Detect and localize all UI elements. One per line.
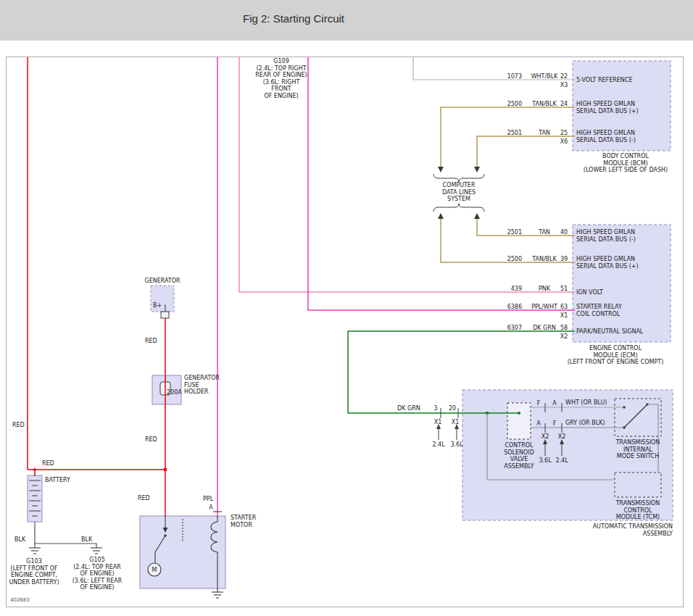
connector-id: X2	[557, 333, 571, 341]
engine-variant-label: 2.4L	[552, 457, 571, 465]
arrow-up-icon	[474, 213, 480, 219]
battery-box	[28, 475, 42, 522]
pin-letter: A	[549, 400, 560, 407]
pin-number: 3	[430, 405, 441, 412]
g105-ground-note: G105 (2.4L: TOP REAR OF ENGINE) (3.6L: L…	[69, 557, 125, 591]
tcm-caption: TRANSMISSION CONTROL MODULE (TCM)	[611, 500, 665, 521]
mode-switch-caption: TRANSMISSION INTERNAL MODE SWITCH	[611, 439, 665, 460]
connector-id: X1	[557, 312, 571, 320]
brace-icon	[433, 204, 484, 212]
pin-number: 63	[557, 304, 571, 311]
wire-color-label: BLK	[14, 536, 25, 544]
ground-symbol-g103	[29, 548, 41, 554]
arrow-down-icon	[438, 167, 444, 172]
ecm-caption: ENGINE CONTROL MODULE (ECM) (LEFT FRONT …	[558, 345, 673, 366]
wire-color-label: RED	[42, 460, 54, 467]
circuit-number: 6386	[499, 304, 522, 311]
blk-wire-g105	[35, 544, 96, 548]
starter-motor-label: STARTER MOTOR	[231, 515, 256, 528]
red-wires	[28, 57, 165, 517]
pin-number: 22	[557, 73, 571, 80]
wire-color-label: RED	[138, 495, 150, 502]
arrow-down-icon	[474, 167, 480, 172]
engine-variant-label: 3.6L	[447, 441, 466, 449]
circuit-number: 6307	[499, 325, 522, 332]
transmission-assembly-caption: AUTOMATIC TRANSMISSION ASSEMBLY	[549, 523, 673, 537]
pin-description: STARTER RELAY COIL CONTROL	[576, 304, 669, 317]
pin-description: HIGH SPEED GMLAN SERIAL DATA BUS (-)	[576, 229, 669, 243]
wire-color-label: RED	[12, 422, 25, 429]
wire-color-label: WHT (OR BLU)	[565, 399, 607, 407]
pin-letter: F	[549, 420, 560, 428]
circuit-number: 439	[499, 286, 522, 293]
pin-number: 39	[557, 256, 571, 263]
wire-color-label: DK GRN	[397, 405, 420, 412]
circuit-number: 2501	[499, 229, 522, 236]
circuit-number: 2500	[499, 256, 522, 263]
terminal-a-label: A	[207, 504, 215, 512]
figure-number: 402683	[10, 597, 30, 604]
pin-number: 24	[557, 101, 571, 108]
motor-m-label: M	[150, 567, 159, 574]
red-junction-dot	[164, 468, 167, 472]
pin-letter: F	[534, 400, 544, 407]
connector-id: X3	[557, 82, 571, 89]
g103-ground-note: G103 (LEFT FRONT OF ENGINE COMPT, UNDER …	[6, 558, 62, 586]
connector-id: X6	[557, 138, 571, 146]
ground-symbol-g105	[91, 548, 102, 554]
pin-description: HIGH SPEED GMLAN SERIAL DATA BUS (+)	[576, 101, 669, 115]
pin-description: PARK/NEUTRAL SIGNAL	[576, 328, 669, 336]
control-solenoid-box	[507, 403, 531, 439]
engine-variant-arrows-x1	[439, 429, 457, 440]
pin-description: HIGH SPEED GMLAN SERIAL DATA BUS (-)	[576, 130, 669, 143]
bcm-caption: BODY CONTROL MODULE (BCM) (LOWER LEFT SI…	[578, 153, 673, 174]
pin-description: HIGH SPEED GMLAN SERIAL DATA BUS (+)	[576, 256, 669, 270]
wire-color-label: PPL	[203, 496, 213, 503]
ground-symbol-starter	[212, 592, 223, 598]
control-solenoid-caption: CONTROL SOLENOID VALVE ASSEMBLY	[496, 442, 542, 470]
g109-ground-note: G109 (2.4L: TOP RIGHT REAR OF ENGINE) (3…	[251, 58, 312, 99]
computer-data-lines-label: COMPUTER DATA LINES SYSTEM	[433, 182, 484, 203]
pin-letter: A	[534, 420, 544, 428]
tan-wire-bcm-plus	[441, 107, 575, 167]
fuse-holder-label: GENERATOR FUSE HOLDER	[184, 375, 220, 396]
circuit-number: 2501	[499, 130, 522, 137]
connector-id: X1	[431, 419, 445, 426]
blk-ground-wires	[35, 522, 96, 548]
pin-number: 25	[557, 130, 571, 137]
arrow-up-icon	[438, 213, 444, 219]
wire-color-label: RED	[145, 338, 157, 345]
circuit-number: 2500	[499, 101, 522, 108]
contact-dot	[164, 534, 167, 537]
starter-motor-box	[140, 516, 225, 588]
brace-icon	[433, 174, 484, 182]
generator-bplus-terminal	[161, 312, 169, 318]
generator-label: GENERATOR	[142, 278, 183, 285]
battery-label: BATTERY	[45, 477, 70, 484]
bplus-terminal-label: B+	[153, 302, 162, 309]
pin-number: 20	[447, 405, 458, 412]
pin-number: 58	[557, 325, 571, 332]
pin-description: 5-VOLT REFERENCE	[576, 77, 669, 84]
pin-number: 40	[557, 229, 571, 236]
switch-contact-dot	[623, 406, 626, 409]
connector-id: X1	[448, 419, 462, 426]
circuit-number: 1073	[499, 73, 522, 80]
dkgrn-terminal-dot	[518, 412, 520, 415]
wire-color-label: RED	[145, 436, 157, 444]
wire-color-label: BLK	[81, 536, 92, 544]
engine-variant-label: 2.4L	[429, 441, 448, 449]
connector-id: X2	[555, 433, 568, 441]
wire-color-label: GRY (OR BLK)	[565, 420, 605, 427]
red-junction-dot-battery	[33, 468, 36, 471]
fuse-rating: 200A	[167, 389, 182, 396]
pin-description: IGN VOLT	[576, 289, 669, 296]
connector-id: X2	[539, 433, 552, 441]
wiring-diagram-page: Fig 2: Starting Circuit	[0, 0, 693, 616]
pin-number: 51	[557, 286, 571, 293]
